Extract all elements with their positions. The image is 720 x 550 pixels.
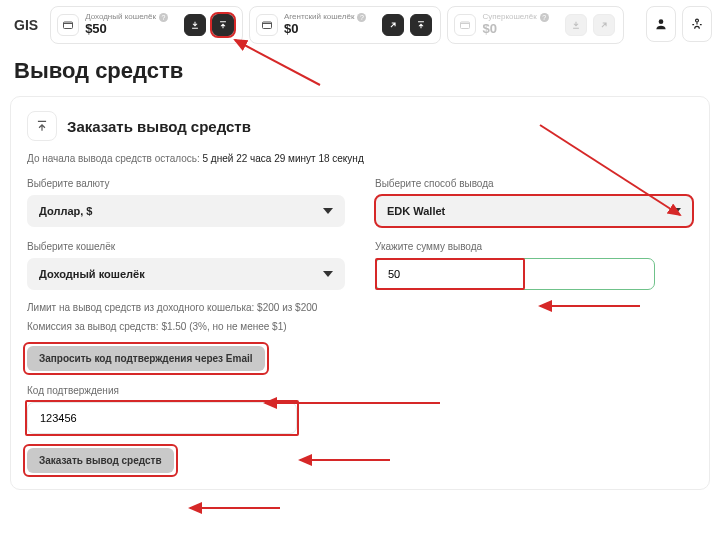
request-email-code-button[interactable]: Запросить код подтверждения через Email: [27, 346, 265, 371]
brand-logo: GIS: [8, 6, 44, 44]
wallet-amount: $50: [85, 22, 168, 36]
currency-value: Доллар, $: [39, 205, 92, 217]
countdown-row: До начала вывода средств осталось: 5 дне…: [27, 153, 693, 164]
transfer-out-button[interactable]: [382, 14, 404, 36]
wallet-select-value: Доходный кошелёк: [39, 268, 145, 280]
method-label: Выберите способ вывода: [375, 178, 693, 189]
chevron-down-icon: [671, 208, 681, 214]
amount-input-wrap: [375, 258, 655, 290]
countdown-label: До начала вывода средств осталось:: [27, 153, 200, 164]
svg-rect-2: [461, 22, 470, 29]
method-value: EDK Wallet: [387, 205, 445, 217]
info-icon[interactable]: ?: [357, 13, 366, 22]
svg-rect-1: [262, 22, 271, 29]
page-title: Вывод средств: [0, 50, 720, 96]
wallet-icon: [454, 14, 476, 36]
amount-input[interactable]: [388, 268, 642, 280]
code-input[interactable]: [40, 412, 284, 424]
withdraw-button[interactable]: [410, 14, 432, 36]
chevron-down-icon: [323, 271, 333, 277]
withdraw-button[interactable]: [212, 14, 234, 36]
withdraw-icon: [27, 111, 57, 141]
referral-button[interactable]: [682, 6, 712, 42]
svg-point-4: [696, 19, 699, 22]
deposit-button[interactable]: [184, 14, 206, 36]
wallet-card-income: Доходный кошелёк? $50: [50, 6, 243, 44]
fee-line: Комиссия за вывод средств: $1.50 (3%, но…: [27, 321, 693, 332]
svg-rect-0: [64, 22, 73, 29]
info-icon[interactable]: ?: [159, 13, 168, 22]
top-bar: GIS Доходный кошелёк? $50 Агентский коше…: [0, 0, 720, 50]
currency-select[interactable]: Доллар, $: [27, 195, 345, 227]
submit-withdraw-button[interactable]: Заказать вывод средств: [27, 448, 174, 473]
wallet-icon: [256, 14, 278, 36]
wallet-card-agent: Агентский кошелёк? $0: [249, 6, 441, 44]
deposit-button-disabled: [565, 14, 587, 36]
wallet-select[interactable]: Доходный кошелёк: [27, 258, 345, 290]
code-input-wrap: [27, 402, 297, 434]
method-select[interactable]: EDK Wallet: [375, 195, 693, 227]
limit-line: Лимит на вывод средств из доходного коше…: [27, 302, 693, 313]
countdown-value: 5 дней 22 часа 29 минут 18 секунд: [203, 153, 364, 164]
transfer-button-disabled: [593, 14, 615, 36]
info-icon[interactable]: ?: [540, 13, 549, 22]
amount-label: Укажите сумму вывода: [375, 241, 693, 252]
profile-button[interactable]: [646, 6, 676, 42]
withdraw-card: Заказать вывод средств До начала вывода …: [10, 96, 710, 490]
svg-point-3: [659, 19, 664, 24]
section-title: Заказать вывод средств: [67, 118, 251, 135]
wallet-icon: [57, 14, 79, 36]
chevron-down-icon: [323, 208, 333, 214]
wallet-amount: $0: [482, 22, 548, 36]
wallet-card-super: Суперкошелёк? $0: [447, 6, 623, 44]
wallet-amount: $0: [284, 22, 366, 36]
code-label: Код подтверждения: [27, 385, 693, 396]
wallet-select-label: Выберите кошелёк: [27, 241, 345, 252]
currency-label: Выберите валюту: [27, 178, 345, 189]
